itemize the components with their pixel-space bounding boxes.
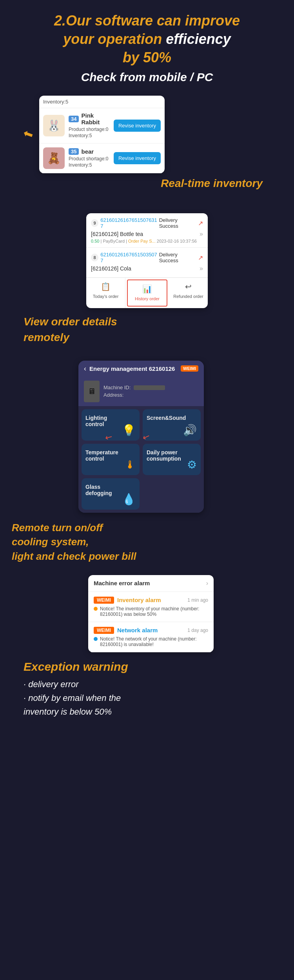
refunded-order-icon: ↩ <box>171 282 206 291</box>
temperature-icon: 🌡 <box>125 458 136 471</box>
revise-btn-1[interactable]: Revise inventory <box>114 152 161 164</box>
product-info-0: 34 Pink Rabbit Product shortage:0 Invent… <box>69 112 114 139</box>
back-icon[interactable]: ‹ <box>84 365 86 373</box>
energy-label-section: Remote turn on/off cooling system, light… <box>4 513 278 567</box>
lighting-icon: 💡 <box>122 424 136 437</box>
machine-info: 🖥 Machine ID: Address: <box>78 377 204 406</box>
product-image-0: 🐰 <box>43 115 65 136</box>
chevron-icon-0: » <box>200 230 203 238</box>
alarm-time-1: 1 day ago <box>187 628 208 633</box>
header-line2-white: efficiency <box>162 31 230 47</box>
refunded-order-label: Refunded order <box>173 294 203 299</box>
alarm-item-inventory: WEIMI Inventory alarm 1 min ago Notice! … <box>88 592 214 622</box>
annotation-arrow: ⬅ <box>22 126 35 142</box>
chevron-icon-1: » <box>200 265 203 272</box>
machine-details: Machine ID: Address: <box>103 385 198 398</box>
order-id-badge-1: 8 62160126167651503507 7 <box>91 252 159 263</box>
energy-title: Energy management 62160126 <box>89 365 181 372</box>
order-product-line-1: [62160126] Cola » <box>91 265 203 272</box>
alarm-item-network: WEIMI Network alarm 1 day ago Notice! Th… <box>88 622 214 652</box>
energy-card: ‹ Energy management 62160126 WEIMI 🖥 Mac… <box>78 361 204 513</box>
weimi-badge-1: WEIMI <box>94 627 114 634</box>
header-line1: 2.Our software can improve <box>54 13 240 29</box>
order-circle-1: 8 <box>91 254 98 261</box>
alarm-desc-text-0: Notice! The inventory of your machine (n… <box>100 606 208 617</box>
today-order-icon: 📋 <box>88 282 123 291</box>
exception-item-2: inventory is below 50% <box>24 705 278 719</box>
inventory-top-row: Inventory:5 <box>39 96 165 108</box>
revise-btn-0[interactable]: Revise inventory <box>114 120 161 132</box>
order-product-line-0: [62160126] Bottle tea » <box>91 230 203 238</box>
order-card: 9 62160126167651507631 7 Delivery Succes… <box>86 213 208 308</box>
header-line2-orange: your operation <box>63 31 162 47</box>
tab-history-order[interactable]: 📊 History order <box>127 279 167 307</box>
inventory-item-1: 🧸 35 bear Product shortage:0 Inventory:5… <box>39 143 165 173</box>
energy-section: ‹ Energy management 62160126 WEIMI 🖥 Mac… <box>0 357 294 571</box>
product-shortage-1: Product shortage:0 <box>69 156 114 162</box>
screen-sound-label: Screen&Sound <box>147 415 197 421</box>
tab-today-order[interactable]: 📋 Today's order <box>86 278 125 308</box>
screen-sound-icon: 🔊 <box>183 424 197 437</box>
header-line3: by 50% <box>123 49 171 65</box>
machine-address: Address: <box>103 392 198 398</box>
inventory-label: Real-time inventory <box>16 173 278 198</box>
order-product-1: [62160126] Cola <box>91 265 131 272</box>
weimi-badge-0: WEIMI <box>94 597 114 604</box>
glass-defogging-icon: 💧 <box>122 493 136 506</box>
alarm-dot-blue <box>94 637 98 641</box>
header-section: 2.Our software can improve your operatio… <box>0 0 294 92</box>
product-name-0: Pink Rabbit <box>81 112 113 125</box>
inventory-section: Inventory:5 🐰 34 Pink Rabbit Product sho… <box>0 92 294 209</box>
alarm-section: Machine error alarm › WEIMI Inventory al… <box>0 571 294 735</box>
delivery-arrow-1: ↗ <box>198 254 203 261</box>
machine-id-label: Machine ID: <box>103 385 131 390</box>
header-subtitle: Check from mobile / PC <box>12 71 282 84</box>
inventory-item-0: 🐰 34 Pink Rabbit Product shortage:0 Inve… <box>39 108 165 143</box>
exception-item-0: · delivery error <box>24 677 278 691</box>
today-order-label: Today's order <box>93 294 119 299</box>
product-name-1: bear <box>81 148 94 155</box>
product-num-0: 34 <box>69 116 79 122</box>
product-num-1: 35 <box>69 148 79 155</box>
delivery-arrow-0: ↗ <box>198 220 203 227</box>
order-item-1: 8 62160126167651503507 7 Delivery Succes… <box>86 248 208 278</box>
history-order-label: History order <box>135 296 160 301</box>
history-order-icon: 📊 <box>130 284 165 294</box>
alarm-header-title: Machine error alarm <box>94 580 150 586</box>
order-label-line1: View order details <box>24 316 117 328</box>
product-info-1: 35 bear Product shortage:0 Inventory:5 <box>69 148 114 169</box>
tile-daily-power[interactable]: Daily powerconsumption ⚙ ↙ <box>143 444 201 475</box>
delivery-text-0: Delivery Success <box>159 217 196 229</box>
tile-temperature[interactable]: Temperaturecontrol 🌡 ↙ <box>82 444 140 475</box>
order-tabs: 📋 Today's order 📊 History order ↩ Refund… <box>86 278 208 308</box>
header-title: 2.Our software can improve your operatio… <box>12 12 282 67</box>
daily-power-icon: ⚙ <box>187 458 197 471</box>
delivery-status-1: Delivery Success ↗ <box>159 252 203 263</box>
alarm-time-0: 1 min ago <box>187 597 208 603</box>
machine-thumbnail: 🖥 <box>84 381 100 402</box>
tab-refunded-order[interactable]: ↩ Refunded order <box>169 278 208 308</box>
alarm-card: Machine error alarm › WEIMI Inventory al… <box>88 575 214 652</box>
order-circle-0: 9 <box>91 219 98 227</box>
order-section-label: View order details remotely <box>16 308 278 352</box>
delivery-status-0: Delivery Success ↗ <box>159 217 203 229</box>
order-id-badge-0: 9 62160126167651507631 7 <box>91 217 159 229</box>
alarm-header-arrow-icon[interactable]: › <box>206 580 208 587</box>
exception-section: Exception warning · delivery error · not… <box>16 652 286 731</box>
energy-label-line1: Remote turn on/off <box>12 522 103 534</box>
tile-screen-sound[interactable]: Screen&Sound 🔊 <box>143 409 201 441</box>
energy-label: Remote turn on/off cooling system, light… <box>12 521 270 563</box>
energy-grid: Lightingcontrol 💡 Screen&Sound 🔊 Tempera… <box>78 406 204 513</box>
order-product-0: [62160126] Bottle tea <box>91 231 143 237</box>
weimi-logo: WEIMI <box>181 365 198 372</box>
energy-label-line2: cooling system, <box>12 536 89 548</box>
delivery-text-1: Delivery Success <box>159 252 196 263</box>
order-meta-0: 0.50 | PayByCard | Order Pay S... 2023-0… <box>91 239 203 243</box>
tile-glass-defogging[interactable]: Glassdefogging 💧 <box>82 478 140 510</box>
energy-label-line3: light and check power bill <box>12 550 136 562</box>
product-shortage-0: Product shortage:0 <box>69 127 114 132</box>
exception-title: Exception warning <box>24 660 278 673</box>
product-inventory-1: Inventory:5 <box>69 162 114 168</box>
alarm-dot-orange <box>94 607 98 611</box>
product-inventory-0: Inventory:5 <box>69 133 114 138</box>
